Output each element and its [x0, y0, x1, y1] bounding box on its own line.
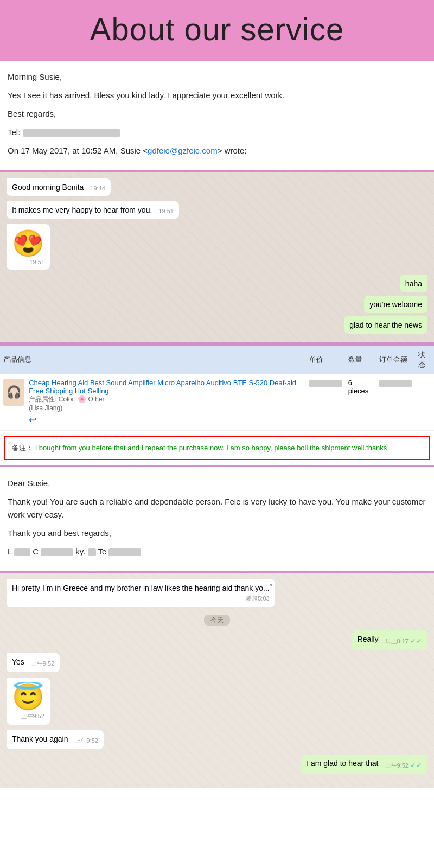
chat-row-wa2-yes: Yes 上午9:52: [7, 653, 427, 675]
email-link[interactable]: gdfeie@gzfeie.com: [148, 146, 218, 155]
product-buyer: (Lisa Jiang): [29, 404, 302, 412]
chat-bubble-wa2-top: Hi pretty I m in Greece and my brother i…: [7, 579, 275, 607]
chat-time: 19:51: [158, 208, 174, 214]
email2-body1: Thank you! You are such a reliable and d…: [8, 495, 426, 521]
email1-body2: Best regards,: [8, 107, 426, 120]
email1-tel: Tel:: [8, 126, 426, 139]
chat-row-wa2-thankyou: Thank you again 上午9:52: [7, 730, 427, 752]
chat-bubble-wa2-right2: I am glad to hear that 上午9:52 ✓✓: [301, 755, 427, 774]
remark-label: 备注：: [12, 444, 33, 452]
product-attr: 产品属性: Color: 🌸 Other: [29, 395, 302, 404]
chat-bubble-wa2-right1: Really 早上8:17 ✓✓: [352, 630, 427, 650]
chat-text: Yes: [12, 658, 24, 666]
dropdown-icon: ▾: [270, 582, 273, 589]
chat-text: glad to hear the news: [349, 321, 422, 329]
double-check-icon: ✓✓: [410, 637, 422, 645]
chat-row-wa2-top: Hi pretty I m in Greece and my brother i…: [7, 579, 427, 610]
email1-date-line: On 17 May 2017, at 10:52 AM, Susie <gdfe…: [8, 144, 426, 157]
unit-price-cell: [306, 374, 345, 431]
angel-emoji-bubble: 😇 上午9:52: [7, 678, 50, 725]
chat-bubble-left-2: It makes me very happy to hear from you.…: [7, 201, 179, 219]
col-product-info: 产品信息: [0, 346, 306, 374]
remark-box: 备注： I bought from you before that and I …: [4, 436, 430, 460]
table-header-row: 产品信息 单价 数量 订单金额 状态: [0, 346, 434, 374]
email1-greeting: Morning Susie,: [8, 71, 426, 84]
today-label: 今天: [204, 615, 230, 626]
order-table: 产品信息 单价 数量 订单金额 状态 🎧 Cheap Hearing Aid B…: [0, 346, 434, 431]
chat-time: 19:44: [90, 185, 105, 192]
col-unit-price: 单价: [306, 346, 345, 374]
emoji-icon: 😍: [12, 228, 44, 259]
chat-row-left-2: It makes me very happy to hear from you.…: [7, 201, 427, 222]
chat-bubble-left-1: Good morning Bonita 19:44: [7, 178, 111, 196]
whatsapp-chat-2: Hi pretty I m in Greece and my brother i…: [0, 571, 434, 788]
quantity-cell: 6 pieces: [345, 374, 376, 431]
total-cell: [376, 374, 415, 431]
product-link[interactable]: Cheap Hearing Aid Best Sound Amplifier M…: [29, 379, 296, 395]
chat-text: I am glad to hear that: [307, 759, 378, 768]
status-cell: [415, 374, 434, 431]
today-divider: 今天: [7, 616, 427, 625]
col-status: 状态: [415, 346, 434, 374]
col-total: 订单金额: [376, 346, 415, 374]
email2-greeting: Dear Susie,: [8, 477, 426, 490]
chat-time: 上午9:52: [31, 660, 54, 668]
page-header: About our service: [0, 0, 434, 61]
product-details: Cheap Hearing Aid Best Sound Amplifier M…: [29, 379, 302, 426]
email1-body1: Yes I see it has arrived. Bless you kind…: [8, 89, 426, 102]
email2-body2: Thank you and best regards,: [8, 527, 426, 540]
whatsapp-chat-1: Good morning Bonita 19:44 It makes me ve…: [0, 170, 434, 344]
chat-text: It makes me very happy to hear from you.: [12, 206, 152, 214]
chat-text: Really: [358, 635, 379, 643]
chat-time: 早上8:17 ✓✓: [385, 637, 422, 646]
chat-text: haha: [405, 279, 422, 288]
chat-row-left-1: Good morning Bonita 19:44: [7, 178, 427, 199]
chat-row-wa2-angel: 😇 上午9:52: [7, 678, 427, 728]
email-section-2: Dear Susie, Thank you! You are such a re…: [0, 467, 434, 571]
chat-text: Good morning Bonita: [12, 183, 84, 192]
chat-bubble-right-1: haha: [400, 275, 427, 292]
chat-bubble-wa2-thankyou: Thank you again 上午9:52: [7, 730, 104, 749]
chat-text: Hi pretty I m in Greece and my brother i…: [12, 584, 270, 592]
chat-row-left-emoji: 😍 19:51: [7, 224, 427, 273]
chat-time: 上午9:52: [12, 712, 44, 720]
email-section-1: Morning Susie, Yes I see it has arrived.…: [0, 61, 434, 170]
email2-signature: L C ky. Te: [8, 545, 426, 558]
emoji-bubble-left: 😍 19:51: [7, 224, 50, 270]
total-blurred: [379, 380, 412, 387]
table-row: 🎧 Cheap Hearing Aid Best Sound Amplifier…: [0, 374, 434, 431]
price-blurred: [309, 380, 342, 387]
chat-time: 上午9:52: [75, 737, 98, 745]
chat-time: 上午9:52 ✓✓: [385, 761, 422, 770]
angel-emoji-icon: 😇: [12, 682, 44, 712]
chat-bubble-right-2: you're welcome: [364, 296, 427, 313]
tel-blurred: [23, 129, 120, 137]
double-check-icon: ✓✓: [410, 761, 422, 769]
order-section: 产品信息 单价 数量 订单金额 状态 🎧 Cheap Hearing Aid B…: [0, 344, 434, 467]
chat-time: 凌晨5:03: [12, 595, 270, 603]
reply-icon: ↩: [29, 414, 37, 425]
chat-text: Thank you again: [12, 735, 68, 743]
chat-bubble-wa2-yes: Yes 上午9:52: [7, 653, 60, 672]
remark-text: I bought from you before that and I repe…: [35, 444, 387, 452]
chat-time: 19:51: [12, 259, 44, 265]
chat-text: you're welcome: [369, 300, 422, 309]
col-quantity: 数量: [345, 346, 376, 374]
product-info-cell: 🎧 Cheap Hearing Aid Best Sound Amplifier…: [0, 374, 306, 431]
page-title: About our service: [5, 11, 429, 47]
chat-bubble-right-3: glad to hear the news: [344, 316, 427, 334]
product-image: 🎧: [3, 379, 24, 406]
